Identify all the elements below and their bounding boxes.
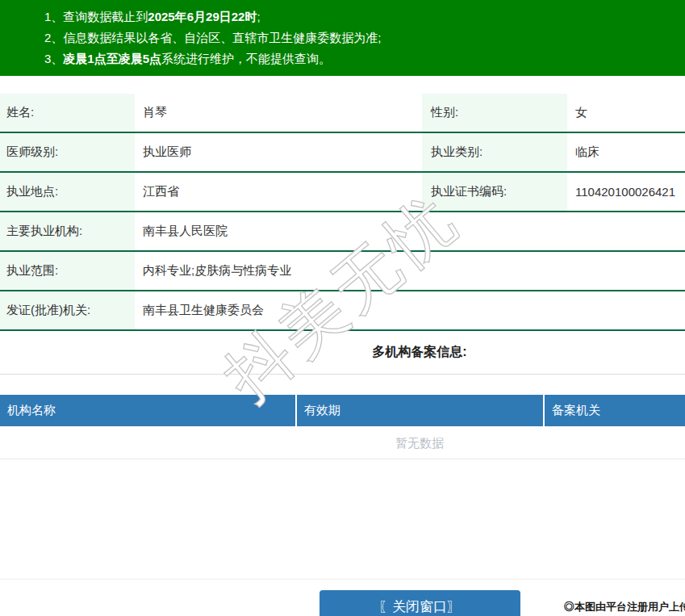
notice-line-1: 1、查询数据截止到2025年6月29日22时;	[44, 6, 685, 27]
table-row: 主要执业机构: 南丰县人民医院	[0, 212, 685, 252]
table-row: 医师级别: 执业医师 执业类别: 临床	[0, 133, 685, 173]
table-row: 姓名: 肖琴 性别: 女	[0, 94, 685, 133]
field-value-doctor-level: 执业医师	[135, 133, 422, 171]
close-window-button[interactable]: 〖关闭窗口〗	[320, 590, 520, 616]
field-label-gender: 性别:	[422, 94, 567, 132]
field-value-practice-location: 江西省	[135, 173, 422, 211]
table-row: 执业地点: 江西省 执业证书编码: 110420100026421	[0, 173, 685, 212]
multi-institution-section-title: 多机构备案信息:	[0, 342, 685, 362]
notice-line-3: 3、凌晨1点至凌晨5点系统进行维护，不能提供查询。	[44, 48, 685, 69]
column-header-record-authority: 备案机关	[545, 395, 685, 426]
field-value-issuing-authority: 南丰县卫生健康委员会	[135, 291, 685, 329]
notice-line-2: 2、信息数据结果以各省、自治区、直辖市卫生健康委数据为准;	[44, 27, 685, 48]
notice-2-text: 2、信息数据结果以各省、自治区、直辖市卫生健康委数据为准;	[44, 31, 382, 44]
field-label-practice-location: 执业地点:	[0, 173, 135, 211]
field-label-name: 姓名:	[0, 94, 135, 132]
section-divider	[0, 374, 685, 375]
field-value-practice-category: 临床	[567, 133, 685, 171]
field-label-issuing-authority: 发证(批准)机关:	[0, 291, 135, 329]
content-spacer	[0, 459, 685, 580]
table-row: 发证(批准)机关: 南丰县卫生健康委员会	[0, 291, 685, 331]
notice-3-tail: 系统进行维护，不能提供查询。	[161, 52, 331, 65]
notice-3-text: 3、	[44, 52, 63, 65]
records-table-header: 机构名称 有效期 备案机关	[0, 395, 685, 426]
notice-1-text: 1、查询数据截止到	[44, 10, 148, 23]
field-label-doctor-level: 医师级别:	[0, 133, 135, 171]
field-value-gender: 女	[567, 94, 685, 132]
notice-1-bold: 2025年6月29日22时	[148, 10, 257, 23]
table-row: 执业范围: 内科专业;皮肤病与性病专业	[0, 252, 685, 291]
query-result-page: 1、查询数据截止到2025年6月29日22时; 2、信息数据结果以各省、自治区、…	[0, 0, 685, 616]
empty-data-placeholder: 暂无数据	[0, 426, 685, 459]
field-label-certificate-number: 执业证书编码:	[422, 173, 567, 211]
field-label-practice-category: 执业类别:	[422, 133, 567, 171]
notice-banner: 1、查询数据截止到2025年6月29日22时; 2、信息数据结果以各省、自治区、…	[0, 0, 685, 76]
field-label-practice-scope: 执业范围:	[0, 252, 135, 290]
field-value-name: 肖琴	[135, 94, 422, 132]
field-value-practice-scope: 内科专业;皮肤病与性病专业	[135, 252, 685, 290]
notice-3-bold: 凌晨1点至凌晨5点	[63, 52, 161, 65]
column-header-validity-period: 有效期	[297, 395, 543, 426]
column-header-institution-name: 机构名称	[0, 395, 295, 426]
notice-1-tail: ;	[257, 10, 260, 23]
copyright-watermark: ◎本图由平台注册用户上传	[564, 600, 685, 614]
field-value-main-institution: 南丰县人民医院	[135, 212, 685, 250]
doctor-info-table: 姓名: 肖琴 性别: 女 医师级别: 执业医师 执业类别: 临床 执业地点: 江…	[0, 94, 685, 331]
field-value-certificate-number: 110420100026421	[567, 173, 685, 211]
field-label-main-institution: 主要执业机构:	[0, 212, 135, 250]
